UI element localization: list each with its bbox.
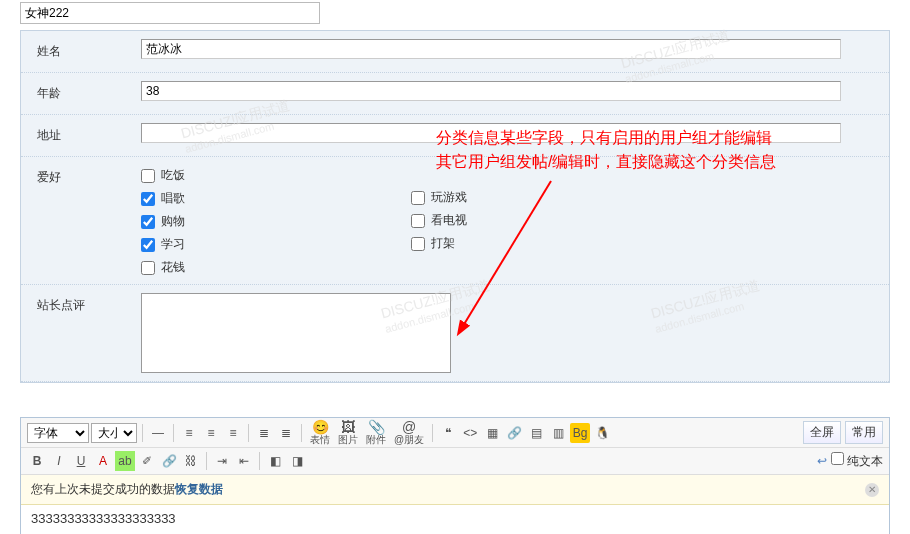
reply-icon[interactable]: ↩ bbox=[817, 454, 827, 468]
toolbar-row-1: 字体 大小 — ≡ ≡ ≡ ≣ ≣ 😊表情 🖼图片 📎附件 @@朋友 ❝ <> … bbox=[21, 418, 889, 448]
eraser-icon[interactable]: ✐ bbox=[137, 451, 157, 471]
font-select[interactable]: 字体 bbox=[27, 423, 89, 443]
emoji-button[interactable]: 😊表情 bbox=[307, 423, 333, 443]
hobby-checkbox[interactable]: 花钱 bbox=[141, 259, 411, 276]
fullscreen-button[interactable]: 全屏 bbox=[803, 421, 841, 444]
editor: 字体 大小 — ≡ ≡ ≡ ≣ ≣ 😊表情 🖼图片 📎附件 @@朋友 ❝ <> … bbox=[20, 417, 890, 534]
float-left-icon[interactable]: ◧ bbox=[265, 451, 285, 471]
align-left-icon[interactable]: ≡ bbox=[179, 423, 199, 443]
label-hobby: 爱好 bbox=[21, 157, 141, 284]
hobby-label: 吃饭 bbox=[161, 167, 185, 184]
tool-icon[interactable]: ▤ bbox=[526, 423, 546, 443]
bg-icon[interactable]: Bg bbox=[570, 423, 590, 443]
hobby-label: 打架 bbox=[431, 235, 455, 252]
highlight-icon[interactable]: ab bbox=[115, 451, 135, 471]
row-hobby: 爱好 吃饭唱歌购物学习花钱 玩游戏看电视打架 bbox=[21, 157, 889, 285]
hobby-checkbox[interactable]: 看电视 bbox=[411, 212, 681, 229]
image-button[interactable]: 🖼图片 bbox=[335, 423, 361, 443]
common-button[interactable]: 常用 bbox=[845, 421, 883, 444]
title-input[interactable] bbox=[20, 2, 320, 24]
age-input[interactable] bbox=[141, 81, 841, 101]
separator bbox=[301, 424, 302, 442]
label-age: 年龄 bbox=[21, 73, 141, 114]
plaintext-toggle[interactable]: 纯文本 bbox=[831, 452, 883, 470]
hr-icon[interactable]: — bbox=[148, 423, 168, 443]
hobby-checkbox[interactable]: 购物 bbox=[141, 213, 411, 230]
underline-icon[interactable]: U bbox=[71, 451, 91, 471]
tool2-icon[interactable]: ▥ bbox=[548, 423, 568, 443]
attach-button[interactable]: 📎附件 bbox=[363, 423, 389, 443]
separator bbox=[206, 452, 207, 470]
label-address: 地址 bbox=[21, 115, 141, 156]
hobby-checkbox[interactable]: 打架 bbox=[411, 235, 681, 252]
close-icon[interactable]: ✕ bbox=[865, 483, 879, 497]
name-input[interactable] bbox=[141, 39, 841, 59]
separator bbox=[259, 452, 260, 470]
quote-icon[interactable]: ❝ bbox=[438, 423, 458, 443]
code-icon[interactable]: <> bbox=[460, 423, 480, 443]
annotation: 分类信息某些字段，只有启用的用户组才能编辑 其它用户组发帖/编辑时，直接隐藏这个… bbox=[436, 126, 906, 174]
link2-icon[interactable]: 🔗 bbox=[159, 451, 179, 471]
at-button[interactable]: @@朋友 bbox=[391, 423, 427, 443]
hobby-label: 看电视 bbox=[431, 212, 467, 229]
hobby-label: 唱歌 bbox=[161, 190, 185, 207]
editor-body[interactable]: 33333333333333333333 bbox=[21, 505, 889, 534]
italic-icon[interactable]: I bbox=[49, 451, 69, 471]
unlink-icon[interactable]: ⛓ bbox=[181, 451, 201, 471]
hobby-checkbox[interactable]: 吃饭 bbox=[141, 167, 411, 184]
review-textarea[interactable] bbox=[141, 293, 451, 373]
float-right-icon[interactable]: ◨ bbox=[287, 451, 307, 471]
list-ordered-icon[interactable]: ≣ bbox=[254, 423, 274, 443]
font-color-icon[interactable]: A bbox=[93, 451, 113, 471]
hobby-label: 花钱 bbox=[161, 259, 185, 276]
separator bbox=[173, 424, 174, 442]
hobby-checkbox[interactable]: 唱歌 bbox=[141, 190, 411, 207]
hobby-label: 玩游戏 bbox=[431, 189, 467, 206]
indent-icon[interactable]: ⇥ bbox=[212, 451, 232, 471]
hobby-checkbox[interactable]: 学习 bbox=[141, 236, 411, 253]
restore-link[interactable]: 恢复数据 bbox=[175, 481, 223, 498]
label-review: 站长点评 bbox=[21, 285, 141, 381]
bold-icon[interactable]: B bbox=[27, 451, 47, 471]
align-center-icon[interactable]: ≡ bbox=[201, 423, 221, 443]
toolbar-row-2: B I U A ab ✐ 🔗 ⛓ ⇥ ⇤ ◧ ◨ ↩ 纯文本 bbox=[21, 448, 889, 475]
qq-icon[interactable]: 🐧 bbox=[592, 423, 612, 443]
separator bbox=[248, 424, 249, 442]
separator bbox=[432, 424, 433, 442]
outdent-icon[interactable]: ⇤ bbox=[234, 451, 254, 471]
row-age: 年龄 bbox=[21, 73, 889, 115]
separator bbox=[142, 424, 143, 442]
form-panel: DISCUZ!应用试道addon.dismall.com DISCUZ!应用试道… bbox=[20, 30, 890, 383]
list-unordered-icon[interactable]: ≣ bbox=[276, 423, 296, 443]
row-name: 姓名 bbox=[21, 31, 889, 73]
size-select[interactable]: 大小 bbox=[91, 423, 137, 443]
link-icon[interactable]: 🔗 bbox=[504, 423, 524, 443]
hobby-label: 学习 bbox=[161, 236, 185, 253]
align-right-icon[interactable]: ≡ bbox=[223, 423, 243, 443]
notice-text: 您有上次未提交成功的数据 bbox=[31, 481, 175, 498]
hobby-checkbox[interactable]: 玩游戏 bbox=[411, 189, 681, 206]
notice-bar: 您有上次未提交成功的数据 恢复数据 ✕ bbox=[21, 475, 889, 505]
media-icon[interactable]: ▦ bbox=[482, 423, 502, 443]
label-name: 姓名 bbox=[21, 31, 141, 72]
hobby-label: 购物 bbox=[161, 213, 185, 230]
row-review: 站长点评 bbox=[21, 285, 889, 382]
